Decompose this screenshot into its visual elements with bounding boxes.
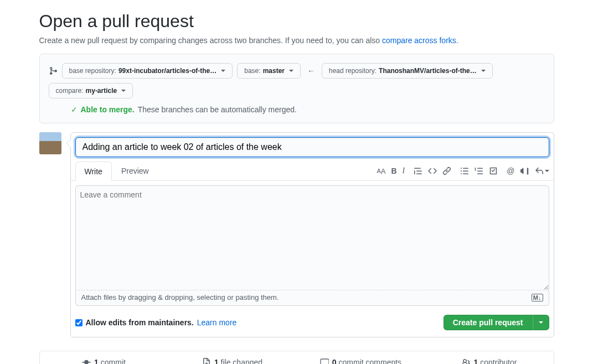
base-value: master xyxy=(263,65,285,76)
user-avatar[interactable] xyxy=(39,132,61,154)
branch-row: base repository: 99xt-incubator/articles… xyxy=(49,63,545,98)
desc-suffix: . xyxy=(456,36,458,45)
comments-label: commit comments xyxy=(337,358,401,364)
task-list-icon[interactable] xyxy=(489,167,498,175)
files-label: file changed xyxy=(219,358,262,364)
head-repo-selector[interactable]: head repository: ThanoshanMV/articles-of… xyxy=(322,63,493,79)
chevron-down-icon xyxy=(539,321,543,324)
pr-layout: Write Preview AA B I xyxy=(39,132,554,337)
base-repo-selector[interactable]: base repository: 99xt-incubator/articles… xyxy=(62,63,233,79)
chevron-down-icon xyxy=(289,70,293,72)
stat-files[interactable]: 1 file changed xyxy=(168,351,297,364)
preview-tab[interactable]: Preview xyxy=(112,162,158,180)
toolbar: AA B I @ xyxy=(377,167,549,175)
mention-icon[interactable]: @ xyxy=(507,167,514,175)
merge-able-text: Able to merge. xyxy=(81,105,135,114)
people-icon xyxy=(462,358,471,364)
merge-desc-text: These branches can be automatically merg… xyxy=(138,105,297,114)
comment-icon xyxy=(320,358,329,364)
attach-text: Attach files by dragging & dropping, sel… xyxy=(81,293,279,301)
allow-edits-checkbox[interactable] xyxy=(75,319,82,326)
base-label: base: xyxy=(244,65,260,76)
create-pr-button[interactable]: Create pull request xyxy=(444,315,533,330)
allow-edits-text: Allow edits from maintainers. xyxy=(86,318,194,327)
form-footer: Allow edits from maintainers. Learn more… xyxy=(71,310,554,337)
desc-text: Create a new pull request by comparing c… xyxy=(39,36,382,45)
compare-branch-selector[interactable]: compare: my-article xyxy=(49,83,133,98)
stat-contributors[interactable]: 1 contributor xyxy=(425,351,554,364)
files-count: 1 xyxy=(214,358,219,364)
head-repo-label: head repository: xyxy=(329,65,377,76)
base-repo-value: 99xt-incubator/articles-of-the… xyxy=(118,65,216,76)
compare-label: compare: xyxy=(56,85,84,96)
chevron-down-icon xyxy=(481,70,486,72)
commits-label: commit xyxy=(99,358,126,364)
tabs: Write Preview xyxy=(75,162,158,180)
bullet-list-icon[interactable] xyxy=(460,167,469,175)
base-repo-label: base repository: xyxy=(69,65,116,76)
italic-icon[interactable]: I xyxy=(403,167,405,175)
commits-count: 1 xyxy=(94,358,99,364)
markdown-icon[interactable]: M↓ xyxy=(532,294,543,301)
comment-area: Attach files by dragging & dropping, sel… xyxy=(75,185,549,306)
base-branch-selector[interactable]: base: master xyxy=(237,63,301,79)
link-icon[interactable] xyxy=(442,167,451,175)
commit-icon xyxy=(82,358,91,364)
head-repo-value: ThanoshanMV/articles-of-the… xyxy=(379,65,477,76)
git-compare-icon xyxy=(49,66,58,75)
contributors-label: contributor xyxy=(478,358,517,364)
write-tab[interactable]: Write xyxy=(75,162,112,181)
pr-form: Write Preview AA B I xyxy=(70,132,554,337)
create-pr-dropdown[interactable] xyxy=(533,315,549,330)
bold-icon[interactable]: B xyxy=(391,167,396,175)
check-icon: ✓ xyxy=(71,105,78,114)
merge-status: ✓ Able to merge. These branches can be a… xyxy=(49,105,545,114)
page-title: Open a pull request xyxy=(39,11,554,32)
compare-box: base repository: 99xt-incubator/articles… xyxy=(39,54,554,123)
reply-icon[interactable] xyxy=(535,167,549,175)
stat-comments[interactable]: 0 commit comments xyxy=(297,351,425,364)
tab-row: Write Preview AA B I xyxy=(71,162,554,181)
attach-bar[interactable]: Attach files by dragging & dropping, sel… xyxy=(75,289,549,306)
comments-count: 0 xyxy=(332,358,337,364)
create-button-group: Create pull request xyxy=(444,315,549,330)
reference-icon[interactable] xyxy=(520,167,529,175)
quote-icon[interactable] xyxy=(414,167,422,175)
heading-icon[interactable]: AA xyxy=(377,167,385,175)
page-description: Create a new pull request by comparing c… xyxy=(39,36,554,45)
arrow-left-icon: ← xyxy=(305,66,317,75)
compare-forks-link[interactable]: compare across forks xyxy=(382,36,456,45)
chevron-down-icon xyxy=(121,90,126,92)
learn-more-link[interactable]: Learn more xyxy=(197,318,237,327)
code-icon[interactable] xyxy=(428,167,437,175)
allow-edits-label[interactable]: Allow edits from maintainers. Learn more xyxy=(75,318,237,327)
comment-textarea[interactable] xyxy=(75,185,549,290)
stats-bar: 1 commit 1 file changed 0 commit comment… xyxy=(39,351,554,364)
number-list-icon[interactable] xyxy=(475,167,483,175)
pr-title-input[interactable] xyxy=(75,137,549,157)
chevron-down-icon xyxy=(221,70,225,72)
stat-commits[interactable]: 1 commit xyxy=(40,351,168,364)
compare-value: my-article xyxy=(86,85,117,96)
file-diff-icon xyxy=(202,358,211,364)
